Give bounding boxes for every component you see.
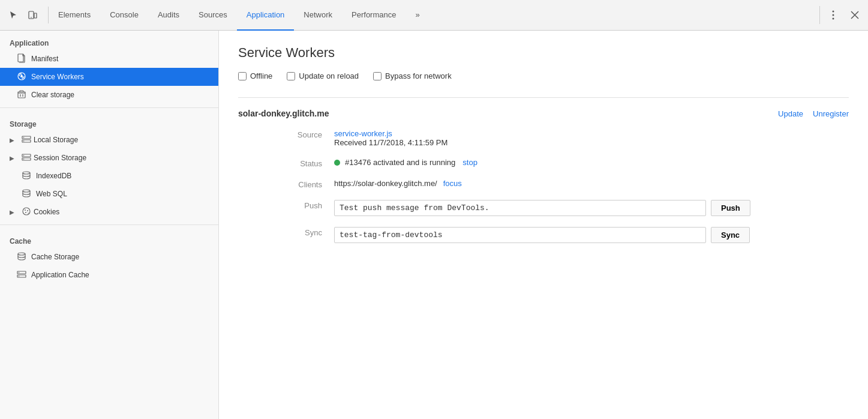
sync-input[interactable] (334, 227, 706, 243)
sw-domain: solar-donkey.glitch.me (238, 109, 329, 118)
service-workers-icon (17, 71, 26, 83)
svg-point-8 (20, 75, 23, 77)
cache-storage-icon (17, 252, 26, 262)
source-link[interactable]: service-worker.js (334, 129, 392, 138)
svg-point-22 (27, 210, 28, 211)
sidebar-storage-title: Storage (0, 112, 218, 131)
svg-point-25 (18, 253, 25, 255)
push-label: Push (286, 200, 334, 210)
page-title: Service Workers (238, 45, 849, 61)
source-label: Source (286, 129, 334, 139)
local-storage-arrow: ▶ (10, 137, 17, 143)
tab-more[interactable]: » (406, 0, 429, 31)
svg-point-12 (23, 137, 25, 138)
content-panel: Service Workers Offline Update on reload… (219, 31, 868, 419)
manifest-icon (17, 53, 26, 65)
cookies-icon (22, 206, 31, 218)
tab-performance[interactable]: Performance (342, 0, 406, 31)
svg-point-24 (28, 213, 28, 213)
sidebar-item-cache-storage[interactable]: Cache Storage (0, 248, 218, 266)
sidebar-item-application-cache[interactable]: Application Cache (0, 266, 218, 284)
sw-domain-row: solar-donkey.glitch.me Update Unregister (238, 109, 849, 118)
tab-elements[interactable]: Elements (49, 0, 100, 31)
web-sql-icon (22, 189, 31, 199)
svg-point-19 (23, 190, 30, 192)
tab-console[interactable]: Console (100, 0, 148, 31)
bypass-for-network-checkbox[interactable] (373, 72, 382, 80)
sidebar: Application Manifest (0, 31, 219, 419)
status-text: #13476 activated and is running (345, 158, 455, 167)
sidebar-web-sql-label: Web SQL (36, 190, 67, 198)
push-input[interactable] (334, 200, 706, 216)
options-row: Offline Update on reload Bypass for netw… (238, 71, 849, 80)
update-on-reload-checkbox-label[interactable]: Update on reload (287, 71, 359, 80)
sidebar-item-service-workers[interactable]: Service Workers (0, 68, 218, 86)
svg-point-29 (19, 276, 20, 277)
svg-point-28 (19, 272, 20, 273)
device-icon[interactable] (24, 7, 41, 23)
offline-checkbox[interactable] (238, 72, 247, 80)
cookies-arrow: ▶ (10, 209, 17, 216)
sw-entry: solar-donkey.glitch.me Update Unregister… (238, 97, 849, 243)
svg-point-2 (31, 17, 32, 18)
sidebar-storage-section: Storage ▶ Local Storage ▶ (0, 112, 218, 221)
sw-unregister-link[interactable]: Unregister (813, 109, 849, 118)
sidebar-item-session-storage[interactable]: ▶ Session Storage (0, 149, 218, 167)
sidebar-item-local-storage[interactable]: ▶ Local Storage (0, 131, 218, 149)
clients-value: https://solar-donkey.glitch.me/ focus (334, 179, 849, 188)
clients-label: Clients (286, 179, 334, 189)
svg-point-16 (23, 155, 25, 156)
sidebar-item-clear-storage[interactable]: Clear storage (0, 86, 218, 104)
sidebar-item-indexeddb[interactable]: IndexedDB (0, 167, 218, 185)
status-value: #13476 activated and is running stop (334, 158, 849, 167)
more-options-icon[interactable] (825, 7, 842, 23)
sidebar-manifest-label: Manifest (31, 55, 58, 63)
tab-network[interactable]: Network (294, 0, 342, 31)
tab-application[interactable]: Application (237, 0, 295, 31)
offline-checkbox-label[interactable]: Offline (238, 71, 272, 80)
close-icon[interactable] (846, 7, 863, 23)
sidebar-indexeddb-label: IndexedDB (36, 172, 71, 180)
svg-point-20 (23, 208, 30, 215)
status-dot-icon (334, 160, 340, 166)
sidebar-item-web-sql[interactable]: Web SQL (0, 185, 218, 203)
application-cache-icon (17, 270, 26, 280)
sw-update-link[interactable]: Update (778, 109, 803, 118)
push-button[interactable]: Push (711, 200, 750, 216)
svg-point-3 (833, 11, 834, 13)
sidebar-session-storage-label: Session Storage (34, 154, 86, 162)
sidebar-cache-section: Cache Cache Storage (0, 229, 218, 284)
received-text: Received 11/7/2018, 4:11:59 PM (334, 138, 447, 147)
sidebar-clear-storage-label: Clear storage (31, 91, 74, 99)
bypass-for-network-checkbox-label[interactable]: Bypass for network (373, 71, 452, 80)
main-layout: Application Manifest (0, 31, 868, 419)
svg-point-13 (23, 140, 25, 142)
clients-url: https://solar-donkey.glitch.me/ (334, 179, 437, 188)
sync-row: Sync (334, 227, 849, 243)
svg-point-23 (25, 212, 26, 213)
sync-button[interactable]: Sync (711, 227, 750, 243)
sidebar-cookies-label: Cookies (34, 208, 59, 216)
sw-actions: Update Unregister (778, 109, 849, 118)
sw-details: Source service-worker.js Received 11/7/2… (238, 129, 849, 243)
sidebar-item-cookies[interactable]: ▶ Cookies (0, 203, 218, 221)
toolbar-icons (5, 7, 49, 23)
sidebar-item-manifest[interactable]: Manifest (0, 50, 218, 68)
svg-point-21 (25, 210, 26, 211)
tab-audits[interactable]: Audits (148, 0, 189, 31)
tab-sources[interactable]: Sources (189, 0, 237, 31)
clear-storage-icon (17, 89, 26, 101)
sync-label: Sync (286, 227, 334, 237)
focus-link[interactable]: focus (443, 179, 462, 188)
stop-link[interactable]: stop (462, 158, 477, 167)
update-on-reload-checkbox[interactable] (287, 72, 295, 80)
cursor-icon[interactable] (5, 7, 22, 23)
svg-point-4 (833, 14, 834, 16)
status-label: Status (286, 158, 334, 168)
session-storage-icon (22, 153, 31, 163)
svg-point-18 (23, 172, 30, 174)
sidebar-application-section: Application Manifest (0, 31, 218, 104)
sidebar-application-cache-label: Application Cache (31, 271, 89, 279)
indexeddb-icon (22, 171, 31, 181)
push-row: Push (334, 200, 849, 216)
